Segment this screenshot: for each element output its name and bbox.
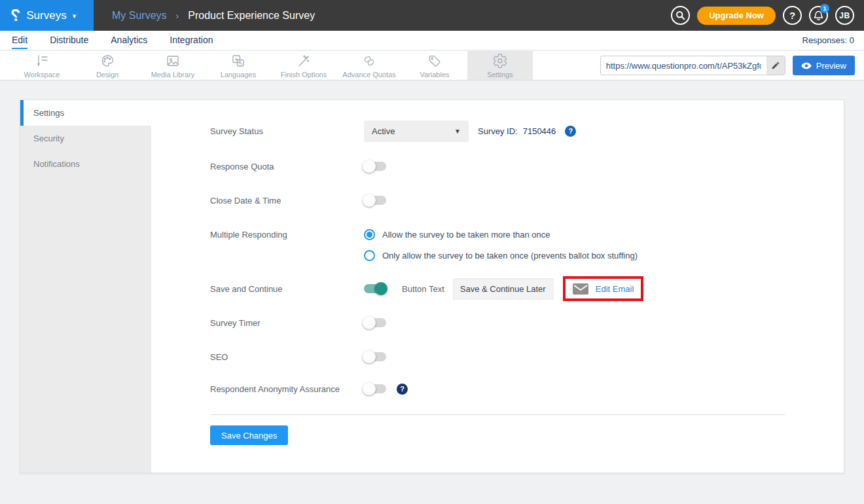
toolbar-item-label: Languages [221,71,256,79]
radio-allow-multiple-label: Allow the survey to be taken more than o… [382,230,550,240]
toolbar-item-label: Finish Options [281,71,327,79]
survey-status-dropdown[interactable]: Active ▼ [364,120,469,142]
edit-url-button[interactable] [766,56,785,75]
tab-distribute[interactable]: Distribute [50,31,88,49]
breadcrumb-current-survey: Product Experience Survey [188,10,315,22]
advance-quotas-icon [361,53,377,69]
survey-id-help-icon[interactable]: ? [565,126,576,137]
multiple-responding-label: Multiple Responding [210,230,364,240]
tab-edit[interactable]: Edit [12,31,27,49]
toolbar-item-advance-quotas[interactable]: Advance Quotas [336,51,402,80]
radio-only-once-label: Only allow the survey to be taken once (… [382,251,638,261]
radio-allow-multiple[interactable] [364,229,375,240]
toolbar-item-label: Advance Quotas [342,71,395,79]
envelope-icon [573,283,588,295]
toolbar-item-label: Settings [487,71,513,79]
setting-row-close-date: Close Date & Time [210,189,386,211]
toolbar-item-media-library[interactable]: Media Library [140,51,206,80]
survey-timer-label: Survey Timer [210,318,364,328]
respondent-anonymity-label: Respondent Anonymity Assurance [210,384,364,394]
search-button[interactable] [671,6,690,25]
toolbar-item-variables[interactable]: Variables [402,51,467,80]
finish-options-icon [296,53,312,69]
setting-row-multiple-responding-option2: Only allow the survey to be taken once (… [210,244,638,266]
questionpro-logo-icon: ? [10,7,20,24]
sidebar-item-label: Security [33,134,64,143]
toolbar-item-settings[interactable]: Settings [467,51,533,80]
main-nav-tabs: Edit Distribute Analytics Integration Re… [0,31,864,50]
settings-form: Survey Status Active ▼ Survey ID: 715044… [151,100,844,473]
setting-row-survey-status: Survey Status Active ▼ Survey ID: 715044… [210,120,576,142]
seo-toggle[interactable] [364,352,386,361]
sidebar-item-notifications[interactable]: Notifications [20,151,151,177]
avatar-initials: JB [839,11,850,20]
save-and-continue-label: Save and Continue [210,284,364,294]
seo-label: SEO [210,352,364,362]
survey-timer-toggle[interactable] [364,318,386,327]
toolbar-item-finish-options[interactable]: Finish Options [271,51,336,80]
search-icon [675,10,685,20]
setting-row-seo: SEO [210,346,386,368]
tab-analytics[interactable]: Analytics [111,31,147,49]
chevron-down-icon: ▼ [454,128,461,135]
toolbar-item-label: Variables [420,71,449,79]
app-logo[interactable]: ? Surveys ▾ [0,0,94,31]
radio-only-once[interactable] [364,250,375,261]
button-text-label: Button Text [402,284,444,294]
app-name: Surveys [26,9,66,22]
save-and-continue-toggle[interactable] [364,284,386,293]
breadcrumb: My Surveys › Product Experience Survey [112,10,315,22]
edit-email-link[interactable]: Edit Email [596,284,634,294]
tab-integration[interactable]: Integration [170,31,213,49]
close-date-toggle[interactable] [364,196,386,205]
toolbar-item-label: Workspace [24,71,60,79]
toolbar-item-label: Design [96,71,118,79]
setting-row-survey-timer: Survey Timer [210,312,386,334]
button-text-input[interactable] [453,278,554,300]
settings-sidebar: Settings Security Notifications [20,100,151,473]
setting-row-multiple-responding: Multiple Responding Allow the survey to … [210,223,550,245]
response-quota-label: Response Quota [210,162,364,171]
toolbar-item-workspace[interactable]: Workspace [9,51,75,80]
top-header: ? Surveys ▾ My Surveys › Product Experie… [0,0,864,31]
breadcrumb-separator-icon: › [176,10,179,21]
svg-text:★: ★ [234,56,238,61]
languages-icon: ★A [230,53,246,69]
help-button[interactable]: ? [783,6,802,25]
question-mark-icon: ? [789,10,795,21]
response-quota-toggle[interactable] [364,162,386,171]
survey-id-value: 7150446 [523,126,556,136]
edit-email-highlight-box: Edit Email [563,276,644,301]
survey-url-input[interactable] [601,61,766,71]
survey-status-label: Survey Status [210,126,364,136]
svg-text:A: A [239,61,242,65]
respondent-anonymity-help-icon[interactable]: ? [397,384,408,395]
media-library-icon [165,53,181,69]
toolbar-item-languages[interactable]: ★A Languages [206,51,271,80]
chevron-down-icon: ▾ [73,12,77,20]
sidebar-item-security[interactable]: Security [20,126,151,151]
avatar[interactable]: JB [835,6,854,25]
responses-count: Responses: 0 [802,35,855,45]
close-date-label: Close Date & Time [210,196,364,206]
variables-icon [427,53,442,69]
form-divider [210,414,785,415]
survey-status-value: Active [372,126,395,136]
survey-id-label: Survey ID: [478,126,518,136]
notifications-button[interactable]: 1 [809,6,828,25]
setting-row-response-quota: Response Quota [210,155,386,177]
settings-icon [492,53,508,69]
preview-button[interactable]: Preview [793,56,855,75]
workspace-icon [34,53,50,69]
setting-row-respondent-anonymity: Respondent Anonymity Assurance ? [210,378,408,400]
sidebar-item-settings[interactable]: Settings [20,100,151,126]
upgrade-now-button[interactable]: Upgrade Now [697,7,776,25]
sidebar-item-label: Settings [33,108,64,118]
survey-url-group: Preview [600,51,855,80]
toolbar-item-design[interactable]: Design [75,51,140,80]
respondent-anonymity-toggle[interactable] [364,384,386,393]
breadcrumb-my-surveys[interactable]: My Surveys [112,10,167,22]
sidebar-item-label: Notifications [33,159,80,169]
save-changes-button[interactable]: Save Changes [210,425,288,445]
survey-url-box [600,56,785,75]
